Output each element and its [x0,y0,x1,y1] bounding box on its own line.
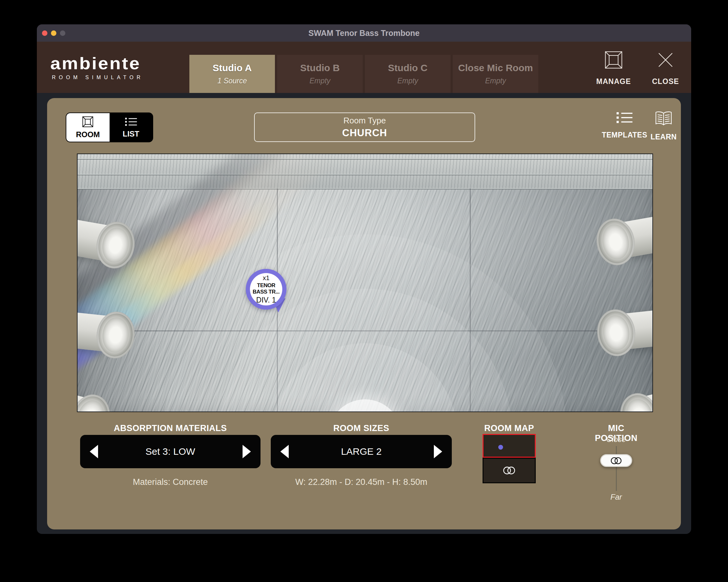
step-edge [78,188,652,189]
room-map-mic-area[interactable] [483,458,536,483]
mic-position-slider[interactable] [600,454,632,467]
learn-book-icon [654,111,673,126]
close-x-icon [656,51,675,69]
mic-close-label: Close [591,435,642,444]
absorption-title: ABSORPTION MATERIALS [80,423,260,433]
room-sizes-value: LARGE 2 [341,446,382,457]
plugin-window: SWAM Tenor Bass Trombone ambiente ROOM S… [37,24,691,534]
titlebar: SWAM Tenor Bass Trombone [37,24,691,42]
room-sizes-prev-arrow-icon[interactable] [280,445,289,458]
absorption-value: Set 3: LOW [146,446,195,457]
room-sizes-next-arrow-icon[interactable] [434,445,442,458]
absorption-next-arrow-icon[interactable] [242,445,251,458]
tab-status: 1 Source [217,77,247,85]
manage-box-icon [605,51,623,69]
templates-button[interactable]: TEMPLATES [599,111,650,140]
main-panel: ROOM LIST Room Type CHURCH [47,98,681,529]
tab-label: Studio A [212,62,252,73]
tab-label: Close Mic Room [458,62,533,73]
church-column [77,306,148,362]
source-count: x1 [263,274,269,282]
learn-label: LEARN [650,133,677,141]
logo-tagline: ROOM SIMULATOR [50,75,144,80]
stereo-mic-icon [610,456,623,465]
logo-brand-text: ambiente [50,55,144,72]
header-actions: MANAGE CLOSE [596,42,681,93]
source-marker-body: x1 TENOR BASS TR... DIV. 1 [250,273,282,305]
church-column [605,382,653,412]
stereo-mic-icon [502,466,516,475]
tab-status: Empty [310,77,330,85]
room-type-selector[interactable]: Room Type CHURCH [254,112,475,142]
room-map-title: ROOM MAP [483,423,536,433]
tab-label: Studio B [300,62,340,73]
tab-studio-b[interactable]: Studio B Empty [277,55,363,93]
church-column [582,210,653,271]
studio-tabs: Studio A 1 Source Studio B Empty Studio … [189,55,538,93]
absorption-subtitle: Materials: Concrete [80,477,260,487]
close-label: CLOSE [652,77,679,86]
list-view-label: LIST [123,129,139,138]
list-view-button[interactable]: LIST [110,113,153,142]
tab-close-mic-room[interactable]: Close Mic Room Empty [453,55,538,93]
room-sizes-title: ROOM SIZES [271,423,452,433]
step-edge [78,158,652,159]
room-map-source-area[interactable] [483,434,536,458]
room-view-label: ROOM [76,130,100,139]
ambiente-logo: ambiente ROOM SIMULATOR [50,54,144,80]
source-division: DIV. 1 [256,296,276,304]
tab-studio-c[interactable]: Studio C Empty [365,55,450,93]
window-title: SWAM Tenor Bass Trombone [37,28,691,38]
tab-status: Empty [397,77,418,85]
tab-label: Studio C [388,62,427,73]
mic-far-label: Far [591,492,642,502]
room-box-icon [82,116,94,128]
templates-label: TEMPLATES [602,131,647,140]
absorption-selector: Set 3: LOW [80,435,260,468]
absorption-prev-arrow-icon[interactable] [90,445,98,458]
mic-position-section: MIC POSITION Close Far [591,421,642,504]
church-column [584,304,653,360]
source-name: TENOR BASS TR... [250,282,282,295]
list-icon [125,117,137,127]
manage-label: MANAGE [596,77,631,86]
church-column [77,384,126,412]
step-edge [78,174,652,175]
room-view-button[interactable]: ROOM [66,113,110,142]
learn-button[interactable]: LEARN [644,111,683,141]
source-position-dot[interactable] [498,445,503,450]
tab-studio-a[interactable]: Studio A 1 Source [189,55,275,93]
manage-button[interactable]: MANAGE [596,49,631,86]
app-header: ambiente ROOM SIMULATOR Studio A 1 Sourc… [37,42,691,93]
source-marker[interactable]: x1 TENOR BASS TR... DIV. 1 [246,269,286,310]
templates-list-icon [616,111,633,124]
mic-position-track[interactable] [616,446,617,491]
room-sizes-subtitle: W: 22.28m - D: 20.45m - H: 8.50m [271,477,452,487]
room-type-label: Room Type [343,116,386,126]
tab-status: Empty [485,77,506,85]
room-sizes-selector: LARGE 2 [271,435,452,468]
church-column [77,214,149,274]
close-button[interactable]: CLOSE [650,49,681,86]
room-type-value: CHURCH [342,127,387,139]
view-toggle: ROOM LIST [66,112,153,142]
room-view-stage: x1 TENOR BASS TR... DIV. 1 [77,153,653,412]
